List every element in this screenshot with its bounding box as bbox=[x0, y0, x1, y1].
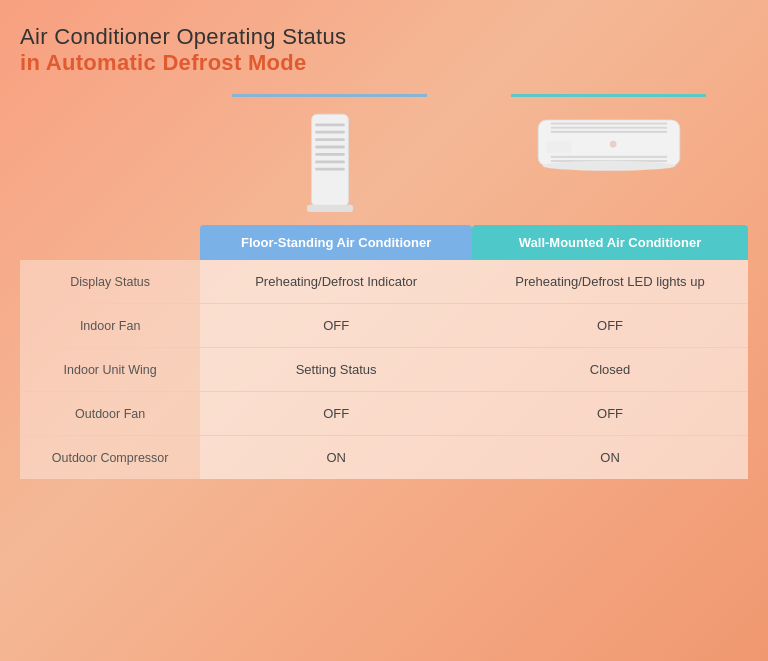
floor-ac-icon bbox=[290, 105, 370, 225]
svg-rect-0 bbox=[311, 114, 348, 206]
svg-rect-13 bbox=[550, 156, 667, 158]
title-line2: in Automatic Defrost Mode bbox=[20, 50, 748, 76]
row-label-cell: Display Status bbox=[20, 260, 200, 304]
main-container: Air Conditioner Operating Status in Auto… bbox=[0, 0, 768, 661]
row-floor-cell: Preheating/Defrost Indicator bbox=[200, 260, 472, 304]
row-floor-cell: ON bbox=[200, 436, 472, 480]
row-floor-cell: OFF bbox=[200, 392, 472, 436]
row-wall-cell: OFF bbox=[472, 392, 748, 436]
svg-rect-5 bbox=[315, 153, 345, 156]
table-header-row: Floor-Standing Air Conditioner Wall-Moun… bbox=[20, 225, 748, 260]
title-line1: Air Conditioner Operating Status bbox=[20, 24, 748, 50]
svg-rect-6 bbox=[315, 160, 345, 163]
row-wall-cell: Closed bbox=[472, 348, 748, 392]
svg-rect-11 bbox=[550, 127, 667, 129]
row-label-cell: Indoor Unit Wing bbox=[20, 348, 200, 392]
title-section: Air Conditioner Operating Status in Auto… bbox=[20, 24, 748, 76]
table-row: Indoor Unit WingSetting StatusClosed bbox=[20, 348, 748, 392]
header-wall-cell: Wall-Mounted Air Conditioner bbox=[472, 225, 748, 260]
row-label-cell: Outdoor Compressor bbox=[20, 436, 200, 480]
image-spacer bbox=[20, 94, 190, 225]
row-floor-cell: OFF bbox=[200, 304, 472, 348]
row-label-cell: Indoor Fan bbox=[20, 304, 200, 348]
svg-rect-3 bbox=[315, 138, 345, 141]
row-wall-cell: Preheating/Defrost LED lights up bbox=[472, 260, 748, 304]
row-label-cell: Outdoor Fan bbox=[20, 392, 200, 436]
wall-ac-icon bbox=[534, 105, 684, 185]
table-row: Outdoor FanOFFOFF bbox=[20, 392, 748, 436]
header-label-cell bbox=[20, 225, 200, 260]
status-table: Floor-Standing Air Conditioner Wall-Moun… bbox=[20, 225, 748, 479]
svg-rect-10 bbox=[550, 123, 667, 125]
header-floor-cell: Floor-Standing Air Conditioner bbox=[200, 225, 472, 260]
svg-rect-12 bbox=[550, 131, 667, 133]
table-row: Display StatusPreheating/Defrost Indicat… bbox=[20, 260, 748, 304]
wall-accent-line bbox=[511, 94, 706, 97]
table-row: Indoor FanOFFOFF bbox=[20, 304, 748, 348]
svg-point-17 bbox=[542, 161, 675, 171]
table-body: Display StatusPreheating/Defrost Indicat… bbox=[20, 260, 748, 479]
svg-rect-4 bbox=[315, 146, 345, 149]
row-wall-cell: ON bbox=[472, 436, 748, 480]
image-area bbox=[20, 94, 748, 225]
floor-accent-line bbox=[232, 94, 427, 97]
table-row: Outdoor CompressorONON bbox=[20, 436, 748, 480]
svg-rect-16 bbox=[546, 141, 571, 154]
svg-rect-8 bbox=[306, 205, 352, 212]
row-floor-cell: Setting Status bbox=[200, 348, 472, 392]
wall-ac-image-col bbox=[469, 94, 748, 225]
svg-rect-7 bbox=[315, 168, 345, 171]
svg-point-15 bbox=[609, 141, 616, 148]
svg-rect-1 bbox=[315, 123, 345, 126]
svg-rect-2 bbox=[315, 131, 345, 134]
floor-ac-image-col bbox=[190, 94, 469, 225]
row-wall-cell: OFF bbox=[472, 304, 748, 348]
